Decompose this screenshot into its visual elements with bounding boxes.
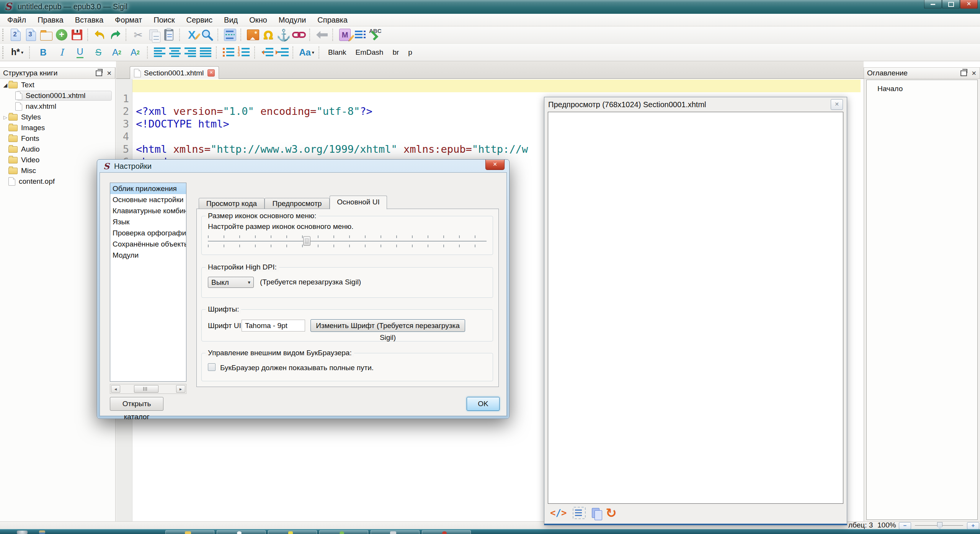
redo-button[interactable] [108, 27, 123, 42]
underline-button[interactable]: U [71, 45, 89, 60]
align-left-button[interactable] [152, 45, 167, 60]
spellcheck-button[interactable]: ABC [368, 27, 383, 42]
back-button[interactable] [314, 27, 330, 42]
copy-selection-icon[interactable] [592, 508, 599, 518]
toc-item[interactable]: Начало [867, 80, 977, 93]
menu-help[interactable]: Справка [312, 15, 353, 26]
menu-tools[interactable]: Сервис [181, 15, 219, 26]
refresh-icon[interactable]: ↻ [606, 506, 617, 519]
full-paths-checkbox[interactable] [208, 363, 216, 371]
p-button[interactable]: p [403, 46, 417, 59]
category-appearance[interactable]: Облик приложения [110, 183, 186, 194]
insert-image-button[interactable] [245, 27, 261, 42]
align-justify-button[interactable] [198, 45, 213, 60]
menu-file[interactable]: Файл [2, 15, 32, 26]
text-case-button[interactable]: Aa▾ [297, 45, 316, 60]
select-all-icon[interactable] [573, 507, 586, 519]
tree-item-nav[interactable]: nav.xhtml [0, 101, 115, 112]
maximize-button[interactable] [942, 0, 960, 9]
category-shortcuts[interactable]: Клавиатурные комбина [110, 205, 186, 216]
copy-button[interactable] [146, 27, 161, 42]
subscript-button[interactable]: A2 [108, 45, 126, 60]
align-center-button[interactable] [167, 45, 183, 60]
minimize-button[interactable] [924, 0, 942, 9]
metadata-editor-button[interactable]: M [337, 27, 353, 42]
bullet-list-button[interactable] [221, 45, 236, 60]
bold-button[interactable]: B [34, 45, 52, 60]
ok-button[interactable]: OK [467, 397, 500, 411]
category-language[interactable]: Язык [110, 216, 186, 227]
dialog-titlebar[interactable]: S Настройки [103, 161, 152, 171]
italic-button[interactable]: I [52, 45, 71, 60]
scrollbar-thumb[interactable] [134, 385, 158, 393]
taskbar-button[interactable] [217, 530, 266, 534]
open-button[interactable] [39, 27, 54, 42]
category-list-hscrollbar[interactable]: ◄ ► [110, 384, 186, 394]
taskbar-button[interactable] [319, 530, 368, 534]
toolbar-grip[interactable] [2, 46, 6, 59]
tree-item-text[interactable]: ◢ Text [0, 80, 115, 90]
tab-section0001[interactable]: Section0001.xhtml ✕ [130, 66, 219, 79]
category-saved-objects[interactable]: Сохранённые объекты [110, 238, 186, 250]
insert-anchor-button[interactable]: ⚓ [276, 27, 291, 42]
zoom-in-button[interactable]: + [967, 522, 979, 529]
category-general[interactable]: Основные настройки [110, 194, 186, 205]
taskbar-button[interactable] [268, 530, 317, 534]
toolbar-grip[interactable] [2, 29, 6, 41]
tab-code-view[interactable]: Просмотр кода [199, 198, 265, 209]
category-spellcheck[interactable]: Проверка орфографии [110, 227, 186, 238]
menu-plugins[interactable]: Модули [273, 15, 312, 26]
high-dpi-dropdown[interactable]: Выкл ▾ [208, 277, 254, 288]
find-button[interactable] [199, 27, 215, 42]
emdash-button[interactable]: EmDash [351, 46, 388, 59]
collapse-arrow-icon[interactable]: ▷ [2, 114, 8, 120]
preview-close-button[interactable]: ✕ [831, 99, 843, 110]
close-panel-icon[interactable]: ✕ [107, 70, 112, 77]
save-button[interactable] [69, 27, 85, 42]
tree-item-fonts[interactable]: Fonts [0, 133, 115, 144]
special-characters-button[interactable]: Ω [261, 27, 276, 42]
tab-close-icon[interactable]: ✕ [207, 69, 215, 77]
new-epub3-button[interactable]: 3 [23, 27, 39, 42]
menu-window[interactable]: Окно [243, 15, 273, 26]
zoom-out-button[interactable]: − [899, 522, 911, 529]
preview-header[interactable]: Предпросмотр (768x1024) Section0001.xhtm… [544, 97, 847, 112]
menu-view[interactable]: Вид [218, 15, 243, 26]
tree-item-styles[interactable]: ▷ Styles [0, 112, 115, 122]
taskbar-button[interactable] [422, 530, 471, 534]
new-epub2-button[interactable]: 2 [8, 27, 23, 42]
cut-button[interactable]: ✂ [131, 27, 146, 42]
menu-insert[interactable]: Вставка [69, 15, 109, 26]
tree-item-images[interactable]: Images [0, 122, 115, 133]
close-button[interactable]: ✕ [960, 0, 978, 9]
scroll-right-icon[interactable]: ► [176, 385, 185, 393]
tree-item-audio[interactable]: Audio [0, 144, 115, 155]
tree-item-section0001[interactable]: Section0001.xhtml [0, 90, 115, 101]
blank-button[interactable]: Blank [323, 46, 351, 59]
browser-icon[interactable] [39, 531, 45, 534]
ui-font-field[interactable]: Tahoma - 9pt [242, 320, 305, 332]
delete-button[interactable]: X [184, 27, 199, 42]
taskbar-button[interactable] [165, 530, 214, 534]
split-section-button[interactable] [222, 27, 238, 42]
change-font-button[interactable]: Изменить Шрифт (Требуется перезагрузка S… [310, 319, 465, 332]
insert-link-button[interactable] [291, 27, 307, 42]
float-panel-icon[interactable] [960, 70, 967, 76]
tab-preview[interactable]: Предпросмотр [265, 198, 330, 209]
dialog-close-button[interactable]: ✕ [485, 160, 505, 170]
open-directory-button[interactable]: Открыть каталог [110, 397, 163, 411]
strikethrough-button[interactable]: S [89, 45, 108, 60]
br-button[interactable]: br [388, 46, 403, 59]
close-panel-icon[interactable]: ✕ [972, 70, 977, 77]
toc-editor-button[interactable] [353, 27, 368, 42]
align-right-button[interactable] [183, 45, 198, 60]
superscript-button[interactable]: A2 [126, 45, 144, 60]
float-panel-icon[interactable] [96, 70, 102, 76]
inspect-code-icon[interactable]: </> [550, 508, 567, 518]
menu-edit[interactable]: Правка [32, 15, 69, 26]
zoom-slider-handle[interactable] [937, 522, 942, 529]
add-existing-button[interactable]: + [54, 27, 69, 42]
undo-button[interactable] [92, 27, 108, 42]
start-orb-icon[interactable] [17, 531, 28, 534]
numbered-list-button[interactable]: 1 2 3 [236, 45, 252, 60]
